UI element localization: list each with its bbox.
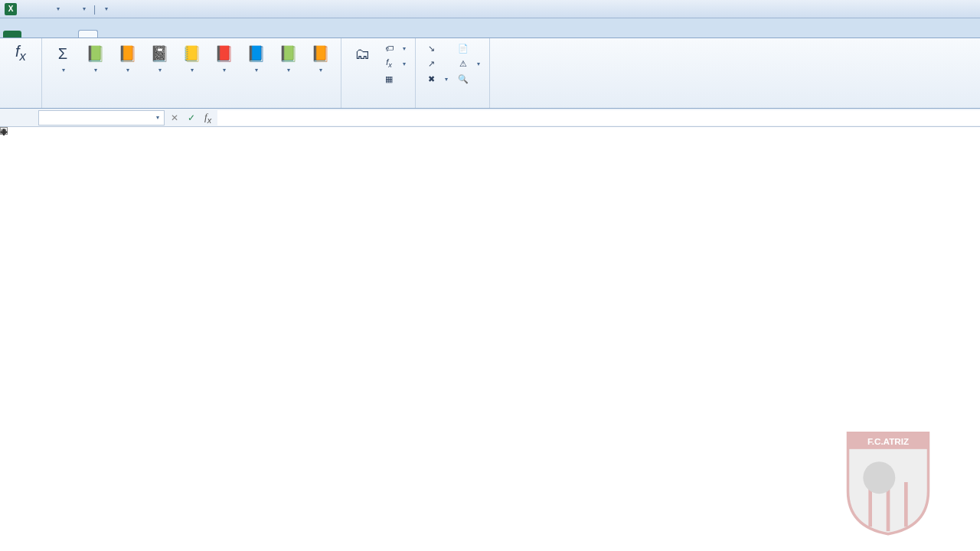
- name-manager-button[interactable]: 🗂: [346, 40, 378, 69]
- lookup-button[interactable]: 📘▾: [240, 40, 272, 76]
- recent-button[interactable]: 📗▾: [79, 40, 111, 76]
- more-functions-button[interactable]: 📙▾: [304, 40, 336, 76]
- name-box-dropdown-icon[interactable]: ▾: [156, 114, 159, 121]
- mathtrig-button[interactable]: 📗▾: [272, 40, 304, 76]
- enter-icon[interactable]: ✓: [185, 112, 198, 123]
- redo-dropdown-icon[interactable]: ▾: [83, 5, 86, 12]
- library-group-label: [47, 105, 336, 106]
- autosum-button[interactable]: Σ▾: [47, 40, 79, 76]
- ribbon: fx Σ▾ 📗▾ 📙▾ 📓▾ 📒▾ 📕▾ 📘▾ 📗▾ 📙▾ 🗂 🏷▾ fx▾: [0, 38, 980, 109]
- cancel-icon[interactable]: ✕: [165, 112, 185, 123]
- auditing-group-label: [420, 105, 485, 106]
- sigma-icon: Σ: [51, 41, 75, 66]
- error-checking-button[interactable]: ⚠▾: [456, 57, 482, 70]
- arrow-in-icon: ↘: [425, 42, 437, 54]
- title-bar: X ▾ ▾ | ▾: [0, 0, 980, 18]
- qat-separator: |: [90, 4, 99, 15]
- remove-arrows-button[interactable]: ✖▾: [423, 72, 449, 86]
- evaluate-icon: 🔍: [457, 73, 469, 85]
- formula-input[interactable]: [217, 110, 980, 126]
- formula-bar: ▾ ✕ ✓ fx: [0, 109, 980, 127]
- tab-insertar[interactable]: [41, 31, 60, 37]
- arrow-out-icon: ↗: [425, 57, 437, 70]
- fx-icon-small[interactable]: fx: [198, 111, 217, 125]
- hover-cursor-icon: ✚: [0, 127, 9, 136]
- tab-archivo[interactable]: [3, 31, 21, 37]
- name-box[interactable]: ▾: [38, 110, 165, 126]
- ribbon-tabs: [0, 18, 980, 38]
- more-icon: 📙: [308, 41, 332, 66]
- warning-icon: ⚠: [457, 57, 469, 70]
- svg-point-5: [863, 461, 895, 494]
- text-button[interactable]: 📒▾: [175, 40, 207, 76]
- tab-inicio[interactable]: [23, 31, 41, 37]
- group-defined-names: 🗂 🏷▾ fx▾ ▦: [341, 38, 416, 108]
- tab-revisar[interactable]: [116, 31, 135, 37]
- quick-access-toolbar: X ▾ ▾ | ▾: [0, 3, 113, 15]
- defined-names-group-label: [346, 105, 410, 106]
- tab-datos[interactable]: [98, 31, 116, 37]
- selection-border: [0, 127, 3, 130]
- insert-function-button[interactable]: fx: [5, 40, 37, 69]
- group-function-library: Σ▾ 📗▾ 📙▾ 📓▾ 📒▾ 📕▾ 📘▾ 📗▾ 📙▾: [42, 38, 341, 108]
- financial-button[interactable]: 📙▾: [111, 40, 143, 76]
- lookup-icon: 📘: [243, 41, 268, 66]
- clock-icon: 📕: [211, 41, 236, 66]
- recent-icon: 📗: [83, 41, 107, 66]
- redo-icon[interactable]: [64, 3, 77, 15]
- use-in-formula-button[interactable]: fx▾: [381, 57, 407, 70]
- evaluate-formula-button[interactable]: 🔍: [456, 72, 482, 86]
- create-from-selection-button[interactable]: ▦: [381, 72, 407, 86]
- fx-icon: fx: [8, 41, 33, 66]
- trace-precedents-button[interactable]: ↘: [423, 41, 449, 55]
- grid-icon: ▦: [383, 73, 395, 85]
- trace-dependents-button[interactable]: ↗: [423, 57, 449, 70]
- group-formula-auditing: ↘ ↗ ✖▾ 📄 ⚠▾ 🔍: [416, 38, 490, 108]
- logical-button[interactable]: 📓▾: [143, 40, 175, 76]
- logical-icon: 📓: [147, 41, 172, 66]
- group-insert-function: fx: [0, 38, 42, 108]
- undo-icon[interactable]: [38, 3, 51, 15]
- show-formulas-icon: 📄: [457, 42, 469, 54]
- qat-customize-icon[interactable]: ▾: [105, 5, 108, 12]
- watermark-badge: F.C.ATRIZ: [842, 429, 934, 536]
- datetime-button[interactable]: 📕▾: [207, 40, 240, 76]
- save-icon[interactable]: [21, 3, 34, 15]
- define-name-button[interactable]: 🏷▾: [381, 41, 407, 55]
- financial-icon: 📙: [115, 41, 139, 66]
- undo-dropdown-icon[interactable]: ▾: [57, 5, 60, 12]
- fx-small-icon: fx: [383, 57, 395, 70]
- text-icon: 📒: [179, 41, 204, 66]
- show-formulas-button[interactable]: 📄: [456, 41, 482, 55]
- tab-formulas[interactable]: [78, 30, 98, 37]
- spreadsheet-grid[interactable]: ▦ ✚ F.C.ATRIZ: [0, 127, 980, 551]
- name-manager-icon: 🗂: [350, 41, 374, 66]
- theta-icon: 📗: [276, 41, 300, 66]
- excel-icon: X: [5, 3, 17, 15]
- svg-text:F.C.ATRIZ: F.C.ATRIZ: [867, 436, 909, 446]
- tab-vista[interactable]: [135, 31, 153, 37]
- tab-diseno[interactable]: [60, 31, 78, 37]
- autofill-options-icon[interactable]: ▦: [0, 127, 8, 135]
- remove-arrows-icon: ✖: [425, 73, 437, 85]
- tag-icon: 🏷: [383, 42, 395, 54]
